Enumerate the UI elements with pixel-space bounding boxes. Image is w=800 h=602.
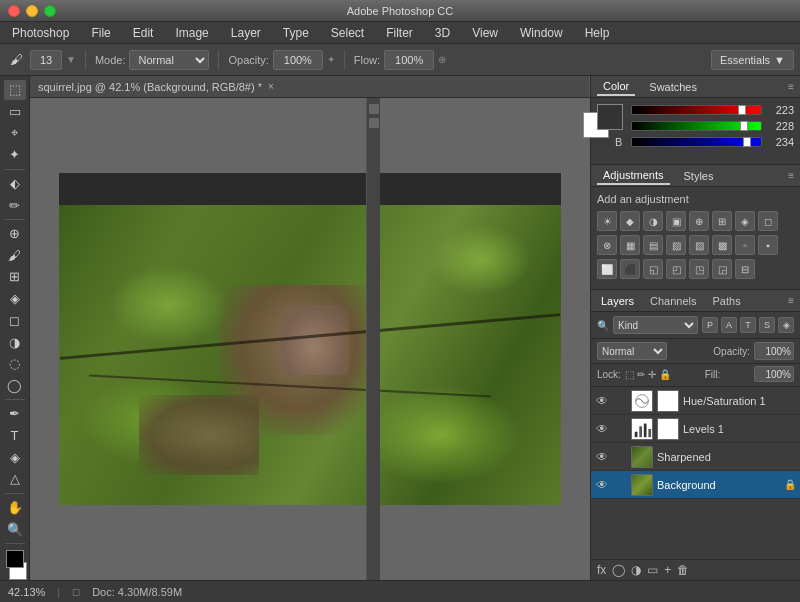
minimize-button[interactable] <box>26 5 38 17</box>
tool-stamp[interactable]: ⊞ <box>4 267 26 287</box>
foreground-color-square[interactable] <box>597 104 623 130</box>
essentials-button[interactable]: Essentials ▼ <box>711 50 794 70</box>
adj-extra-5[interactable]: ◳ <box>689 259 709 279</box>
adj-posterize[interactable]: ▧ <box>689 235 709 255</box>
layer-sharpened[interactable]: 👁 Sharpened <box>591 443 800 471</box>
filter-smart[interactable]: ◈ <box>778 317 794 333</box>
tab-color[interactable]: Color <box>597 78 635 96</box>
flow-input[interactable] <box>384 50 434 70</box>
maximize-button[interactable] <box>44 5 56 17</box>
tab-paths[interactable]: Paths <box>709 293 745 309</box>
adj-extra-6[interactable]: ◲ <box>712 259 732 279</box>
adj-bw[interactable]: ◻ <box>758 211 778 231</box>
flow-icon[interactable]: ⊕ <box>438 54 446 65</box>
b-slider[interactable] <box>631 137 762 147</box>
connector-icon-1[interactable] <box>369 104 379 114</box>
tool-history[interactable]: ◈ <box>4 289 26 309</box>
tool-dodge[interactable]: ◯ <box>4 376 26 396</box>
tool-pen[interactable]: ✒ <box>4 404 26 424</box>
adj-colorlook[interactable]: ▤ <box>643 235 663 255</box>
lock-all[interactable]: 🔒 <box>659 369 671 380</box>
layer-visibility-sharpened[interactable]: 👁 <box>595 450 609 464</box>
status-info-icon[interactable]: ◻ <box>72 586 80 597</box>
fill-value[interactable] <box>754 366 794 382</box>
tool-hand[interactable]: ✋ <box>4 498 26 518</box>
tab-styles[interactable]: Styles <box>678 168 720 184</box>
doc-tab-close[interactable]: × <box>268 81 274 92</box>
adj-extra-1[interactable]: ⬜ <box>597 259 617 279</box>
tool-blur[interactable]: ◌ <box>4 354 26 374</box>
adj-vibrance[interactable]: ⊕ <box>689 211 709 231</box>
adj-curves[interactable]: ◑ <box>643 211 663 231</box>
tool-type[interactable]: T <box>4 426 26 446</box>
layer-visibility-huesat[interactable]: 👁 <box>595 394 609 408</box>
menu-filter[interactable]: Filter <box>382 24 417 42</box>
adj-gradient[interactable]: ▫ <box>735 235 755 255</box>
close-button[interactable] <box>8 5 20 17</box>
adj-chanmix[interactable]: ▦ <box>620 235 640 255</box>
add-style-icon[interactable]: fx <box>597 563 606 577</box>
menu-help[interactable]: Help <box>581 24 614 42</box>
adj-levels[interactable]: ◆ <box>620 211 640 231</box>
delete-layer-icon[interactable]: 🗑 <box>677 563 689 577</box>
add-mask-icon[interactable]: ◯ <box>612 563 625 577</box>
tool-brush[interactable]: 🖌 <box>4 245 26 265</box>
tool-wand[interactable]: ✦ <box>4 145 26 165</box>
filter-shape[interactable]: S <box>759 317 775 333</box>
menu-photoshop[interactable]: Photoshop <box>8 24 73 42</box>
filter-type[interactable]: T <box>740 317 756 333</box>
lock-transparent[interactable]: ⬚ <box>625 369 634 380</box>
blend-mode-select[interactable]: Normal <box>597 342 667 360</box>
menu-3d[interactable]: 3D <box>431 24 454 42</box>
adj-colorbal[interactable]: ◈ <box>735 211 755 231</box>
tool-gradient[interactable]: ◑ <box>4 332 26 352</box>
tool-shape[interactable]: △ <box>4 469 26 489</box>
adj-extra-2[interactable]: ⬛ <box>620 259 640 279</box>
lock-image[interactable]: ✏ <box>637 369 645 380</box>
menu-edit[interactable]: Edit <box>129 24 158 42</box>
brush-preset-icon[interactable]: ▼ <box>66 54 76 65</box>
document-tab[interactable]: squirrel.jpg @ 42.1% (Background, RGB/8#… <box>30 76 590 98</box>
tool-move[interactable]: ⬚ <box>4 80 26 100</box>
tool-eraser[interactable]: ◻ <box>4 311 26 331</box>
brush-size-input[interactable] <box>30 50 62 70</box>
opacity-value[interactable] <box>754 342 794 360</box>
adj-extra-3[interactable]: ◱ <box>643 259 663 279</box>
layer-hue-saturation[interactable]: 👁 Hue/Saturation 1 <box>591 387 800 415</box>
tab-swatches[interactable]: Swatches <box>643 79 703 95</box>
filter-pixel[interactable]: P <box>702 317 718 333</box>
menu-select[interactable]: Select <box>327 24 368 42</box>
layer-visibility-levels[interactable]: 👁 <box>595 422 609 436</box>
tool-crop[interactable]: ⬖ <box>4 174 26 194</box>
menu-window[interactable]: Window <box>516 24 567 42</box>
adj-invert[interactable]: ▨ <box>666 235 686 255</box>
filter-icon[interactable]: 🔍 <box>597 320 609 331</box>
g-slider[interactable] <box>631 121 762 131</box>
tool-zoom[interactable]: 🔍 <box>4 519 26 539</box>
connector-icon-2[interactable] <box>369 118 379 128</box>
adj-extra-7[interactable]: ⊟ <box>735 259 755 279</box>
adj-extra-4[interactable]: ◰ <box>666 259 686 279</box>
adj-exposure[interactable]: ▣ <box>666 211 686 231</box>
tool-eyedropper[interactable]: ✏ <box>4 195 26 215</box>
tool-marquee[interactable]: ▭ <box>4 102 26 122</box>
adj-selective[interactable]: ▪ <box>758 235 778 255</box>
layers-panel-menu[interactable]: ≡ <box>788 295 794 306</box>
adj-threshold[interactable]: ▩ <box>712 235 732 255</box>
menu-layer[interactable]: Layer <box>227 24 265 42</box>
filter-adjustment[interactable]: A <box>721 317 737 333</box>
adjustments-panel-menu[interactable]: ≡ <box>788 170 794 181</box>
menu-image[interactable]: Image <box>171 24 212 42</box>
tab-channels[interactable]: Channels <box>646 293 700 309</box>
tool-heal[interactable]: ⊕ <box>4 224 26 244</box>
layer-visibility-background[interactable]: 👁 <box>595 478 609 492</box>
color-panel-menu[interactable]: ≡ <box>788 81 794 92</box>
tool-path-sel[interactable]: ◈ <box>4 447 26 467</box>
mode-select[interactable]: Normal <box>129 50 209 70</box>
tool-lasso[interactable]: ⌖ <box>4 123 26 143</box>
adj-brightness[interactable]: ☀ <box>597 211 617 231</box>
opacity-input[interactable] <box>273 50 323 70</box>
foreground-color[interactable] <box>6 550 24 568</box>
group-icon[interactable]: ▭ <box>647 563 658 577</box>
airbrush-icon[interactable]: ✦ <box>327 54 335 65</box>
